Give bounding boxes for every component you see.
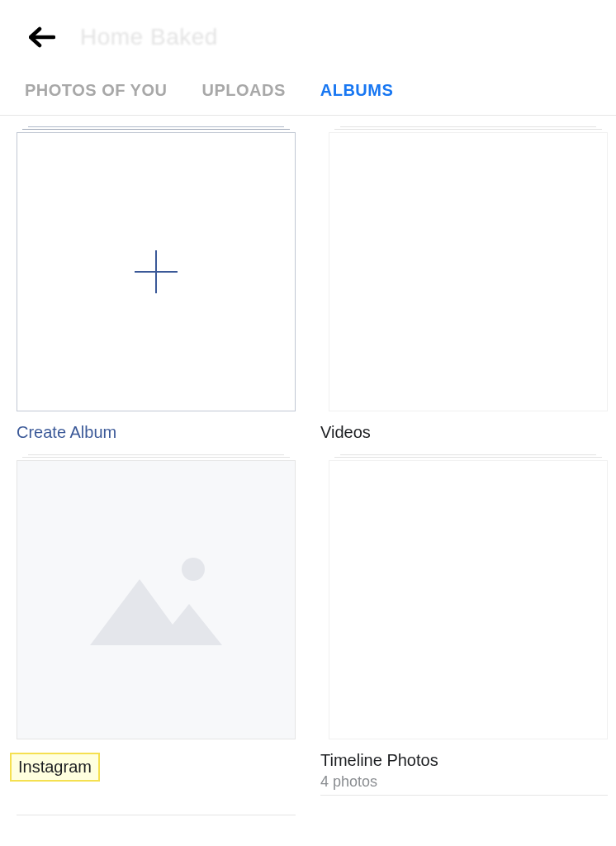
back-arrow-icon [29,26,55,49]
timeline-album-count: 4 photos [320,773,608,791]
videos-album-label: Videos [320,423,608,442]
tab-uploads[interactable]: UPLOADS [201,81,285,100]
create-album-label: Create Album [17,423,296,442]
page-title: Home Baked [80,24,218,50]
tab-albums[interactable]: ALBUMS [320,81,394,100]
timeline-album-label: Timeline Photos [320,751,608,770]
albums-grid: Create Album Videos Instagram [0,116,616,807]
videos-album-card[interactable]: Videos [320,132,608,442]
create-album-card[interactable]: Create Album [17,132,296,442]
back-button[interactable] [29,26,55,49]
tab-photos-of-you[interactable]: PHOTOS OF YOU [25,81,167,100]
plus-icon [133,249,179,295]
header: Home Baked [0,0,616,66]
tabs: PHOTOS OF YOU UPLOADS ALBUMS [0,66,616,116]
timeline-album-card[interactable]: Timeline Photos 4 photos [320,460,608,791]
instagram-album-card[interactable]: Instagram [17,460,296,791]
instagram-album-label: Instagram [18,758,92,776]
instagram-album-thumb [17,460,296,739]
videos-album-thumb [329,132,608,411]
instagram-highlight: Instagram [10,753,100,782]
svg-point-2 [182,558,205,581]
create-album-thumb [17,132,296,411]
image-placeholder-icon [82,546,230,654]
timeline-album-thumb [329,460,608,739]
